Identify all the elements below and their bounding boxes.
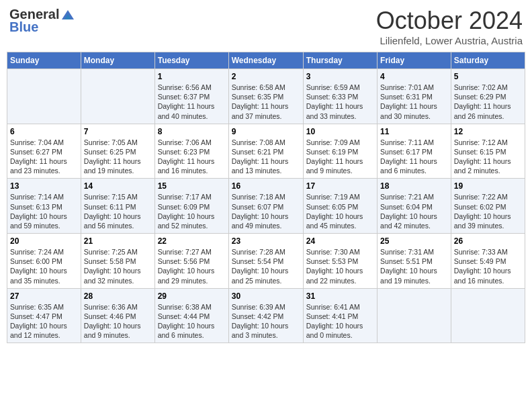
sunrise-text: Sunrise: 7:06 AM	[158, 138, 226, 147]
sunset-text: Sunset: 6:29 PM	[454, 92, 522, 101]
sunset-text: Sunset: 6:35 PM	[232, 92, 300, 101]
sunset-text: Sunset: 6:11 PM	[84, 202, 152, 212]
day-number: 31	[306, 291, 374, 301]
sunrise-text: Sunrise: 7:17 AM	[158, 192, 226, 201]
table-row: 11Sunrise: 7:11 AMSunset: 6:17 PMDayligh…	[378, 124, 451, 179]
sunset-text: Sunset: 6:09 PM	[158, 202, 226, 212]
sunrise-text: Sunrise: 7:19 AM	[306, 192, 374, 201]
table-row: 16Sunrise: 7:18 AMSunset: 6:07 PMDayligh…	[228, 179, 303, 234]
day-number: 24	[306, 236, 374, 246]
daylight-text: Daylight: 11 hours and 40 minutes.	[158, 101, 226, 120]
daylight-text: Daylight: 10 hours and 12 minutes.	[10, 321, 78, 340]
sunrise-text: Sunrise: 7:09 AM	[306, 138, 374, 147]
sunset-text: Sunset: 4:42 PM	[232, 312, 300, 321]
daylight-text: Daylight: 11 hours and 16 minutes.	[158, 156, 226, 175]
day-info: Sunrise: 7:04 AMSunset: 6:27 PMDaylight:…	[10, 138, 78, 176]
sunset-text: Sunset: 6:33 PM	[306, 92, 374, 101]
header-friday: Friday	[378, 52, 451, 69]
sunset-text: Sunset: 6:04 PM	[380, 202, 448, 212]
day-info: Sunrise: 7:28 AMSunset: 5:54 PMDaylight:…	[232, 247, 300, 285]
day-number: 7	[84, 127, 152, 136]
day-number: 3	[306, 72, 374, 81]
sunset-text: Sunset: 6:07 PM	[232, 202, 300, 212]
sunrise-text: Sunrise: 7:01 AM	[380, 83, 448, 92]
daylight-text: Daylight: 10 hours and 16 minutes.	[454, 266, 522, 285]
day-info: Sunrise: 7:12 AMSunset: 6:15 PMDaylight:…	[454, 138, 522, 176]
sunrise-text: Sunrise: 7:33 AM	[454, 247, 522, 257]
daylight-text: Daylight: 10 hours and 32 minutes.	[84, 266, 152, 285]
sunset-text: Sunset: 4:41 PM	[306, 312, 374, 321]
day-info: Sunrise: 7:24 AMSunset: 6:00 PMDaylight:…	[10, 247, 78, 285]
table-row: 23Sunrise: 7:28 AMSunset: 5:54 PMDayligh…	[228, 234, 303, 289]
day-info: Sunrise: 7:01 AMSunset: 6:31 PMDaylight:…	[380, 83, 448, 121]
sunrise-text: Sunrise: 7:30 AM	[306, 247, 374, 257]
day-info: Sunrise: 7:17 AMSunset: 6:09 PMDaylight:…	[158, 192, 226, 230]
day-number: 9	[232, 127, 300, 136]
table-row: 26Sunrise: 7:33 AMSunset: 5:49 PMDayligh…	[451, 234, 525, 289]
day-info: Sunrise: 7:25 AMSunset: 5:58 PMDaylight:…	[84, 247, 152, 285]
daylight-text: Daylight: 11 hours and 30 minutes.	[380, 101, 448, 120]
table-row: 1Sunrise: 6:56 AMSunset: 6:37 PMDaylight…	[154, 69, 228, 124]
day-number: 25	[380, 236, 448, 246]
table-row: 5Sunrise: 7:02 AMSunset: 6:29 PMDaylight…	[451, 69, 525, 124]
sunset-text: Sunset: 6:21 PM	[232, 147, 300, 156]
day-info: Sunrise: 6:38 AMSunset: 4:44 PMDaylight:…	[158, 302, 226, 340]
daylight-text: Daylight: 10 hours and 22 minutes.	[306, 266, 374, 285]
day-info: Sunrise: 6:56 AMSunset: 6:37 PMDaylight:…	[158, 83, 226, 121]
daylight-text: Daylight: 11 hours and 33 minutes.	[306, 101, 374, 120]
header-wednesday: Wednesday	[228, 52, 303, 69]
table-row: 25Sunrise: 7:31 AMSunset: 5:51 PMDayligh…	[378, 234, 451, 289]
sunrise-text: Sunrise: 7:02 AM	[454, 83, 522, 92]
day-info: Sunrise: 7:15 AMSunset: 6:11 PMDaylight:…	[84, 192, 152, 230]
day-number: 22	[158, 236, 226, 246]
calendar-week-row: 27Sunrise: 6:35 AMSunset: 4:47 PMDayligh…	[7, 288, 525, 343]
sunset-text: Sunset: 4:44 PM	[158, 312, 226, 321]
day-info: Sunrise: 7:19 AMSunset: 6:05 PMDaylight:…	[306, 192, 374, 230]
day-info: Sunrise: 7:22 AMSunset: 6:02 PMDaylight:…	[454, 192, 522, 230]
day-info: Sunrise: 7:14 AMSunset: 6:13 PMDaylight:…	[10, 192, 78, 230]
day-number: 14	[84, 181, 152, 191]
location-subtitle: Lilienfeld, Lower Austria, Austria	[376, 35, 523, 46]
day-number: 20	[10, 236, 78, 246]
sunrise-text: Sunrise: 7:14 AM	[10, 192, 78, 201]
sunrise-text: Sunrise: 6:58 AM	[232, 83, 300, 92]
daylight-text: Daylight: 11 hours and 19 minutes.	[84, 156, 152, 175]
day-info: Sunrise: 6:35 AMSunset: 4:47 PMDaylight:…	[10, 302, 78, 340]
logo-blue-text: Blue	[9, 19, 38, 35]
table-row: 29Sunrise: 6:38 AMSunset: 4:44 PMDayligh…	[154, 288, 228, 343]
day-info: Sunrise: 7:31 AMSunset: 5:51 PMDaylight:…	[380, 247, 448, 285]
day-number: 29	[158, 291, 226, 301]
daylight-text: Daylight: 11 hours and 9 minutes.	[306, 156, 374, 175]
sunrise-text: Sunrise: 6:56 AM	[158, 83, 226, 92]
table-row: 17Sunrise: 7:19 AMSunset: 6:05 PMDayligh…	[303, 179, 377, 234]
table-row: 3Sunrise: 6:59 AMSunset: 6:33 PMDaylight…	[303, 69, 377, 124]
daylight-text: Daylight: 10 hours and 35 minutes.	[10, 266, 78, 285]
daylight-text: Daylight: 11 hours and 37 minutes.	[232, 101, 300, 120]
day-info: Sunrise: 7:30 AMSunset: 5:53 PMDaylight:…	[306, 247, 374, 285]
day-number: 26	[454, 236, 522, 246]
sunrise-text: Sunrise: 6:38 AM	[158, 302, 226, 312]
sunrise-text: Sunrise: 7:25 AM	[84, 247, 152, 257]
table-row: 2Sunrise: 6:58 AMSunset: 6:35 PMDaylight…	[228, 69, 303, 124]
page-header: General Blue October 2024 Lilienfeld, Lo…	[7, 7, 525, 46]
day-number: 12	[454, 127, 522, 136]
sunrise-text: Sunrise: 7:24 AM	[10, 247, 78, 257]
day-number: 30	[232, 291, 300, 301]
day-number: 21	[84, 236, 152, 246]
daylight-text: Daylight: 10 hours and 0 minutes.	[306, 321, 374, 340]
daylight-text: Daylight: 10 hours and 9 minutes.	[84, 321, 152, 340]
sunrise-text: Sunrise: 7:31 AM	[380, 247, 448, 257]
day-info: Sunrise: 6:36 AMSunset: 4:46 PMDaylight:…	[84, 302, 152, 340]
logo: General Blue	[9, 7, 75, 35]
table-row: 7Sunrise: 7:05 AMSunset: 6:25 PMDaylight…	[81, 124, 154, 179]
daylight-text: Daylight: 11 hours and 13 minutes.	[232, 156, 300, 175]
sunset-text: Sunset: 4:47 PM	[10, 312, 78, 321]
day-number: 16	[232, 181, 300, 191]
table-row: 13Sunrise: 7:14 AMSunset: 6:13 PMDayligh…	[7, 179, 81, 234]
day-number: 18	[380, 181, 448, 191]
day-info: Sunrise: 7:18 AMSunset: 6:07 PMDaylight:…	[232, 192, 300, 230]
sunrise-text: Sunrise: 7:18 AM	[232, 192, 300, 201]
table-row: 21Sunrise: 7:25 AMSunset: 5:58 PMDayligh…	[81, 234, 154, 289]
day-number: 4	[380, 72, 448, 81]
sunset-text: Sunset: 6:02 PM	[454, 202, 522, 212]
